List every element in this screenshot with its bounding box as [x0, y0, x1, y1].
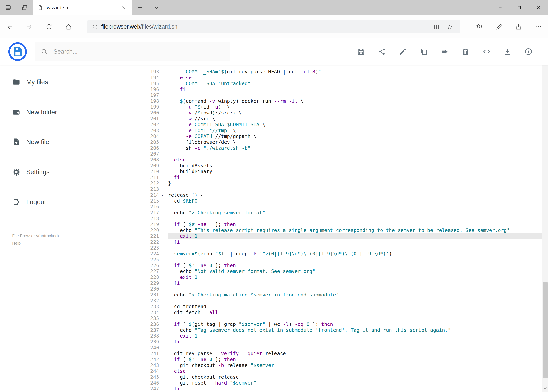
code-line-240[interactable]: 240 — [126, 345, 542, 351]
code-text[interactable]: cd $REPO — [168, 198, 542, 204]
code-text[interactable]: git checkout -b release "$semver" — [168, 363, 542, 368]
code-line-244[interactable]: 244 else — [126, 368, 542, 374]
code-text[interactable]: git fetch --all — [168, 310, 542, 315]
maximize-button[interactable] — [510, 0, 529, 15]
share-button[interactable] — [509, 15, 528, 38]
address-bar[interactable]: filebrowser.web/files/wizard.sh — [87, 20, 460, 33]
page-info-icon[interactable] — [92, 24, 98, 30]
code-text[interactable] — [168, 298, 542, 304]
web-note-pen-button[interactable] — [489, 15, 509, 38]
code-line-215[interactable]: 215 cd $REPO — [126, 198, 542, 204]
share-file-button[interactable] — [378, 47, 386, 56]
raw-code-button[interactable] — [482, 47, 491, 56]
code-line-200[interactable]: 200 -v /$(pwd):/src:z \ — [126, 110, 542, 116]
refresh-button[interactable] — [39, 15, 59, 38]
code-text[interactable]: buildBinary — [168, 169, 542, 175]
code-line-242[interactable]: 242 if [ $? -ne 0 ]; then — [126, 357, 542, 363]
code-line-219[interactable]: 219 if [ $# -ne 1 ]; then — [126, 222, 542, 227]
move-forward-button[interactable] — [440, 47, 449, 56]
code-line-217[interactable]: 217 echo "> Checking semver format" — [126, 210, 542, 216]
code-line-246[interactable]: 246 git reset --hard "$semver" — [126, 380, 542, 386]
code-text[interactable] — [168, 345, 542, 351]
delete-trash-button[interactable] — [461, 47, 470, 56]
code-line-208[interactable]: 208 else — [126, 157, 542, 163]
fold-arrow-icon[interactable]: ▾ — [159, 192, 168, 198]
code-line-206[interactable]: 206 sh -c "./wizard.sh -b" — [126, 145, 542, 151]
code-text[interactable]: exit 1 — [168, 333, 542, 339]
code-text[interactable] — [168, 92, 542, 98]
rename-pencil-button[interactable] — [399, 47, 407, 56]
code-line-213[interactable]: 213 — [126, 186, 542, 192]
code-text[interactable]: fi — [168, 175, 542, 181]
tab-preview-chevron[interactable] — [148, 0, 165, 15]
sidebar-item-logout[interactable]: Logout — [0, 187, 126, 217]
code-line-229[interactable]: 229 fi — [126, 280, 542, 286]
home-button[interactable] — [59, 15, 78, 38]
tab-close-icon[interactable] — [120, 4, 127, 11]
code-line-225[interactable]: 225 — [126, 257, 542, 263]
code-text[interactable]: git rev-parse --verify --quiet release — [168, 351, 542, 357]
code-text[interactable] — [168, 151, 542, 157]
code-line-243[interactable]: 243 git checkout -b release "$semver" — [126, 363, 542, 368]
info-button[interactable] — [524, 47, 533, 56]
code-line-220[interactable]: 220 echo "This release script requires a… — [126, 227, 542, 233]
copy-button[interactable] — [419, 47, 428, 56]
code-text[interactable] — [168, 257, 542, 263]
code-text[interactable]: echo "Tag $semver does not exist in subm… — [168, 327, 542, 333]
code-line-228[interactable]: 228 exit 1 — [126, 274, 542, 280]
code-line-245[interactable]: 245 git checkout release — [126, 374, 542, 380]
code-text[interactable]: COMMIT_SHA="untracked" — [168, 81, 542, 86]
download-button[interactable] — [503, 47, 512, 56]
code-text[interactable]: buildAssets — [168, 163, 542, 169]
browser-tab[interactable]: wizard.sh — [33, 0, 132, 15]
code-text[interactable]: -u "$(id -u)" \ — [168, 104, 542, 110]
code-line-193[interactable]: 193 COMMIT_SHA="$(git rev-parse HEAD | c… — [126, 69, 542, 75]
reading-view-icon[interactable] — [430, 24, 443, 30]
favorite-star-icon[interactable] — [443, 24, 457, 30]
code-text[interactable] — [168, 286, 542, 292]
code-text[interactable]: filebrowser/dev \ — [168, 139, 542, 145]
code-line-234[interactable]: 234 git fetch --all — [126, 310, 542, 315]
code-line-197[interactable]: 197 — [126, 92, 542, 98]
code-text[interactable]: fi — [168, 339, 542, 345]
code-line-224[interactable]: 224 semver=$(echo "$1" | grep -P '^v(0|[… — [126, 251, 542, 257]
code-line-247[interactable]: 247 fi — [126, 386, 542, 392]
code-line-230[interactable]: 230 — [126, 286, 542, 292]
code-line-231[interactable]: 231 echo "> Checking matching $semver in… — [126, 292, 542, 298]
scrollbar-thumb[interactable] — [543, 282, 548, 378]
code-line-236[interactable]: 236 if [ $(git tag | grep "$semver" | wc… — [126, 321, 542, 327]
sidebar-item-settings[interactable]: Settings — [0, 157, 126, 187]
code-line-196[interactable]: 196 fi — [126, 86, 542, 92]
search-box[interactable] — [35, 42, 230, 62]
code-line-233[interactable]: 233 cd frontend — [126, 304, 542, 310]
code-text[interactable]: -e COMMIT_SHA=$COMMIT_SHA \ — [168, 122, 542, 128]
scroll-down-arrow[interactable] — [542, 385, 548, 392]
minimize-button[interactable] — [491, 0, 510, 15]
code-text[interactable]: -e GOPATH=//tmp/gopath \ — [168, 133, 542, 139]
code-line-205[interactable]: 205 filebrowser/dev \ — [126, 139, 542, 145]
code-line-214[interactable]: 214▾release () { — [126, 192, 542, 198]
code-text[interactable]: exit 1 — [168, 233, 542, 239]
code-line-210[interactable]: 210 buildBinary — [126, 169, 542, 175]
code-line-203[interactable]: 203 -e HOME="//tmp" \ — [126, 128, 542, 133]
code-line-204[interactable]: 204 -e GOPATH=//tmp/gopath \ — [126, 133, 542, 139]
code-line-209[interactable]: 209 buildAssets — [126, 163, 542, 169]
code-editor[interactable]: 193 COMMIT_SHA="$(git rev-parse HEAD | c… — [126, 65, 542, 392]
code-line-237[interactable]: 237 echo "Tag $semver does not exist in … — [126, 327, 542, 333]
code-text[interactable]: else — [168, 75, 542, 81]
code-text[interactable] — [168, 245, 542, 251]
code-line-238[interactable]: 238 exit 1 — [126, 333, 542, 339]
code-text[interactable]: if [ $# -ne 1 ]; then — [168, 222, 542, 227]
code-line-222[interactable]: 222 fi — [126, 239, 542, 245]
forward-button[interactable] — [20, 15, 39, 38]
code-line-218[interactable]: 218 — [126, 216, 542, 222]
code-line-227[interactable]: 227 echo "Not valid semver format. See s… — [126, 268, 542, 274]
code-text[interactable]: -w //src \ — [168, 116, 542, 122]
code-line-198[interactable]: 198 $(command -v winpty) docker run --rm… — [126, 98, 542, 104]
code-text[interactable]: -v /$(pwd):/src:z \ — [168, 110, 542, 116]
code-text[interactable] — [168, 186, 542, 192]
code-text[interactable]: } — [168, 181, 542, 186]
code-text[interactable]: sh -c "./wizard.sh -b" — [168, 145, 542, 151]
code-text[interactable] — [168, 315, 542, 321]
back-button[interactable] — [0, 15, 20, 38]
